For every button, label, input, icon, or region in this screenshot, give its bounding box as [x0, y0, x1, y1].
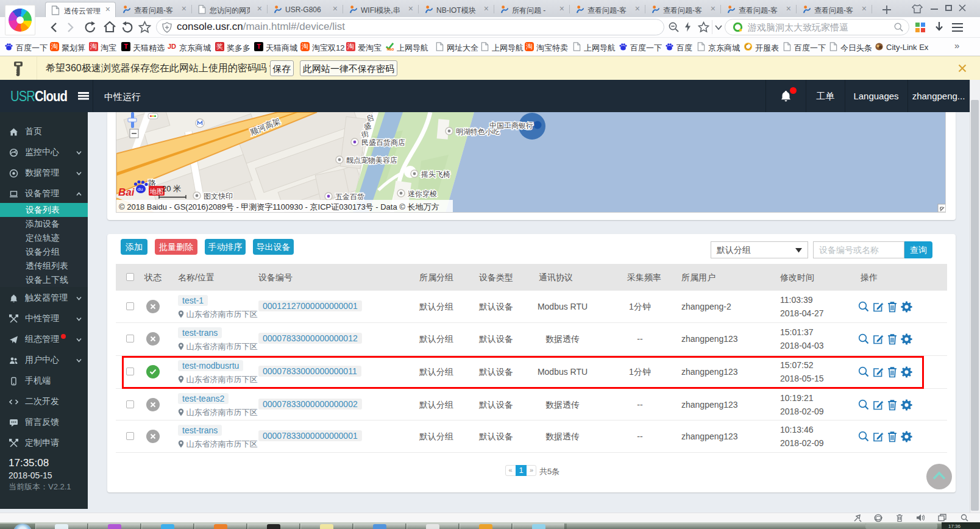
svg-text:20 米: 20 米 [162, 184, 181, 193]
svg-text:靓点宠物美容店: 靓点宠物美容店 [346, 156, 397, 165]
svg-text:民盛百货商店: 民盛百货商店 [361, 138, 405, 147]
svg-text:五金百货: 五金百货 [335, 193, 364, 201]
svg-text:摇头飞椅: 摇头飞椅 [421, 170, 450, 179]
svg-text:中国工商银行: 中国工商银行 [489, 121, 533, 130]
svg-text:du: du [138, 186, 143, 192]
svg-text:图文快印: 图文快印 [204, 192, 233, 201]
svg-text:迷你穿梭: 迷你穿梭 [408, 190, 437, 198]
svg-text:地图: 地图 [149, 188, 163, 195]
svg-text:hao: hao [387, 47, 394, 51]
svg-text:© 2018 Baidu - GS(2016)2089号 -: © 2018 Baidu - GS(2016)2089号 - 甲测资字11009… [119, 202, 439, 211]
svg-text:Bai: Bai [118, 186, 135, 198]
